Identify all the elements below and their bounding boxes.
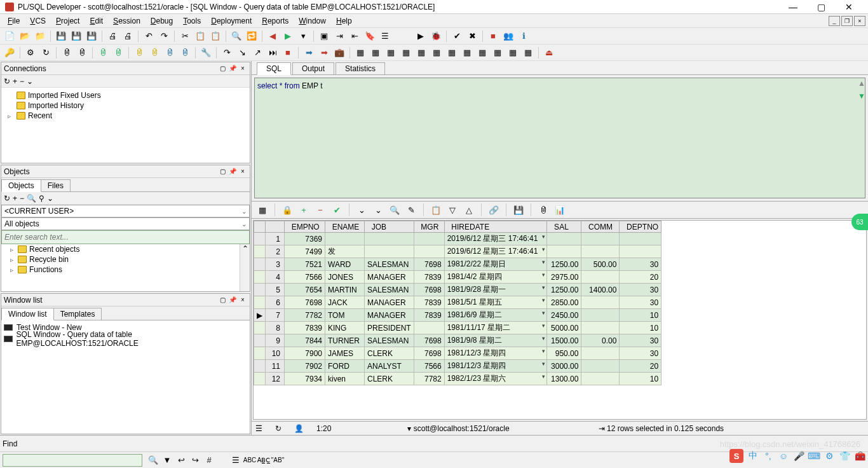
new-icon[interactable]: 📄 bbox=[3, 29, 17, 43]
cell-ename[interactable]: 发 bbox=[325, 245, 365, 258]
row-indicator[interactable] bbox=[254, 233, 266, 245]
emoji-icon[interactable]: ☺ bbox=[778, 450, 789, 462]
conn-node[interactable]: Imported History bbox=[4, 100, 247, 111]
close-button[interactable]: ✕ bbox=[835, 0, 863, 14]
cell-job[interactable]: SALESMAN bbox=[365, 334, 414, 347]
row-indicator[interactable] bbox=[254, 347, 266, 360]
cell-ename[interactable]: JAMES bbox=[325, 347, 365, 360]
cell-hiredate[interactable]: 1981/9/8 星期二 bbox=[444, 334, 547, 347]
cell-empno[interactable]: 7839 bbox=[285, 322, 325, 334]
run-red-icon[interactable]: ➡ bbox=[317, 46, 331, 60]
result-tab-output[interactable]: Output bbox=[292, 62, 334, 74]
row-indicator[interactable] bbox=[254, 258, 266, 271]
row-indicator[interactable] bbox=[254, 245, 266, 258]
cell-ename[interactable]: KING bbox=[325, 322, 365, 334]
grid-icon[interactable]: ▦ bbox=[353, 46, 367, 60]
col-job[interactable]: JOB bbox=[365, 221, 414, 233]
cell-job[interactable]: SALESMAN bbox=[365, 258, 414, 271]
menu-vcs[interactable]: VCS bbox=[25, 15, 51, 27]
win-dock-icon[interactable]: ▢ bbox=[218, 296, 227, 305]
cell-job[interactable]: ANALYST bbox=[365, 360, 414, 373]
commit-icon[interactable]: ✔ bbox=[450, 29, 464, 43]
object-node[interactable]: ▹Functions bbox=[1, 265, 240, 275]
commit-icon[interactable]: ✔ bbox=[330, 203, 344, 217]
cell-hiredate[interactable]: 1981/12/3 星期四 bbox=[444, 360, 547, 373]
cell-comm[interactable] bbox=[581, 360, 620, 373]
cell-job[interactable]: PRESIDENT bbox=[365, 322, 414, 334]
cut-icon[interactable]: ✂ bbox=[178, 29, 192, 43]
grid5-icon[interactable]: ▦ bbox=[414, 46, 428, 60]
cell-mgr[interactable]: 7698 bbox=[414, 334, 444, 347]
cell-sal[interactable] bbox=[547, 233, 581, 245]
cell-empno[interactable]: 7654 bbox=[285, 284, 325, 296]
disk-blue2-icon[interactable]: 🛢 bbox=[178, 46, 192, 60]
cell-sal[interactable]: 2450.00 bbox=[547, 309, 581, 322]
objects-scrollbar[interactable]: ⌃ bbox=[240, 244, 250, 291]
cell-hiredate[interactable]: 1981/12/3 星期四 bbox=[444, 347, 547, 360]
grid-layout-icon[interactable]: ▦ bbox=[255, 203, 269, 217]
conn-add-icon[interactable]: + bbox=[13, 77, 17, 86]
keyboard-icon[interactable]: ⌨ bbox=[808, 450, 820, 462]
cell-mgr[interactable]: 7698 bbox=[414, 347, 444, 360]
find-ab-icon[interactable]: "AB" bbox=[271, 453, 285, 467]
obj-add-icon[interactable]: + bbox=[13, 194, 17, 203]
cell-empno[interactable]: 7499 bbox=[285, 245, 325, 258]
exit-icon[interactable]: ⏏ bbox=[542, 46, 556, 60]
window-item[interactable]: SQL Window - Query data of table EMP@LOC… bbox=[3, 333, 248, 345]
paste-icon[interactable]: 📋 bbox=[208, 29, 222, 43]
find-list-icon[interactable]: ☰ bbox=[229, 453, 243, 467]
row-indicator[interactable]: ▶ bbox=[254, 309, 266, 322]
cell-job[interactable] bbox=[365, 245, 414, 258]
cell-job[interactable]: MANAGER bbox=[365, 271, 414, 284]
step-into-icon[interactable]: ↘ bbox=[235, 46, 249, 60]
cell-sal[interactable] bbox=[547, 245, 581, 258]
cell-comm[interactable] bbox=[581, 322, 620, 334]
dropdown-icon[interactable]: ▾ bbox=[296, 29, 310, 43]
cell-deptno[interactable]: 20 bbox=[620, 271, 661, 284]
cell-ename[interactable] bbox=[325, 233, 365, 245]
cell-ename[interactable]: WARD bbox=[325, 258, 365, 271]
find-abc2-icon[interactable]: AB̲C̲ bbox=[257, 453, 271, 467]
disk-yellow-icon[interactable]: 🛢 bbox=[132, 46, 146, 60]
cell-mgr[interactable]: 7839 bbox=[414, 309, 444, 322]
outdent-icon[interactable]: ⇤ bbox=[348, 29, 362, 43]
cell-comm[interactable] bbox=[581, 296, 620, 309]
db2-icon[interactable]: 🛢 bbox=[75, 46, 89, 60]
chart-icon[interactable]: 📊 bbox=[553, 203, 567, 217]
key-icon[interactable]: 🔑 bbox=[3, 46, 17, 60]
row-number[interactable]: 9 bbox=[266, 334, 285, 347]
cell-comm[interactable] bbox=[581, 271, 620, 284]
export-icon[interactable]: 🛢 bbox=[536, 203, 550, 217]
object-search-input[interactable] bbox=[1, 230, 250, 244]
cell-hiredate[interactable]: 1981/11/17 星期二 bbox=[444, 322, 547, 334]
cell-comm[interactable] bbox=[581, 309, 620, 322]
panel-dock-icon[interactable]: ▢ bbox=[218, 64, 227, 73]
toolbox-icon[interactable]: 🧰 bbox=[854, 450, 865, 462]
cell-deptno[interactable]: 30 bbox=[620, 258, 661, 271]
winlist-tab[interactable]: Templates bbox=[53, 308, 102, 320]
cell-hiredate[interactable]: 1981/9/28 星期一 bbox=[444, 284, 547, 296]
find-input[interactable] bbox=[3, 454, 142, 467]
row-number[interactable]: 4 bbox=[266, 271, 285, 284]
col-comm[interactable]: COMM bbox=[581, 221, 620, 233]
menu-debug[interactable]: Debug bbox=[146, 15, 178, 27]
cell-comm[interactable]: 0.00 bbox=[581, 334, 620, 347]
cell-mgr[interactable]: 7698 bbox=[414, 284, 444, 296]
stop-red-icon[interactable]: ■ bbox=[281, 46, 295, 60]
cell-sal[interactable]: 2975.00 bbox=[547, 271, 581, 284]
delete-row-icon[interactable]: − bbox=[313, 203, 327, 217]
win-close-icon[interactable]: × bbox=[238, 296, 247, 305]
grid2-icon[interactable]: ▦ bbox=[369, 46, 383, 60]
nav-up-icon[interactable]: ▲ bbox=[858, 79, 865, 88]
cell-deptno[interactable]: 10 bbox=[620, 309, 661, 322]
conn-remove-icon[interactable]: − bbox=[20, 77, 24, 86]
cell-empno[interactable]: 7521 bbox=[285, 258, 325, 271]
maximize-button[interactable]: ▢ bbox=[807, 0, 835, 14]
cell-deptno[interactable]: 30 bbox=[620, 284, 661, 296]
copy-icon[interactable]: 📋 bbox=[193, 29, 207, 43]
bookmark-icon[interactable]: 🔖 bbox=[363, 29, 377, 43]
print-preview-icon[interactable]: 🖨 bbox=[121, 29, 135, 43]
row-indicator[interactable] bbox=[254, 334, 266, 347]
execute-icon[interactable]: ▶ bbox=[414, 29, 428, 43]
copy-grid-icon[interactable]: 📋 bbox=[429, 203, 443, 217]
